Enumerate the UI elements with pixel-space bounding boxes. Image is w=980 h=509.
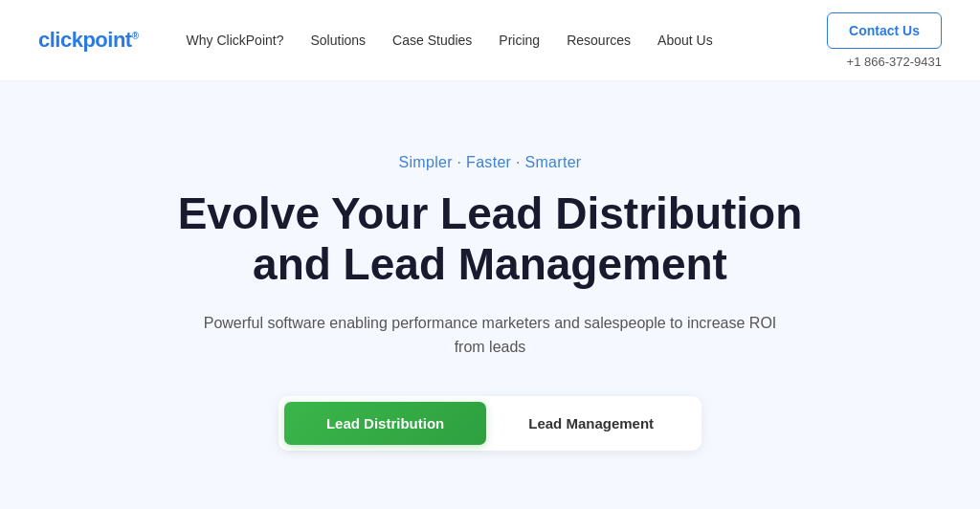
logo-superscript: ® bbox=[132, 31, 139, 41]
tab-lead-management[interactable]: Lead Management bbox=[486, 402, 696, 445]
contact-us-button[interactable]: Contact Us bbox=[827, 12, 942, 49]
nav-item-pricing[interactable]: Pricing bbox=[499, 33, 540, 48]
hero-section: Simpler · Faster · Smarter Evolve Your L… bbox=[0, 81, 980, 509]
logo-text: clickpoint® bbox=[38, 28, 139, 53]
nav-item-about-us[interactable]: About Us bbox=[657, 33, 713, 48]
hero-title-line1: Evolve Your Lead Distribution bbox=[178, 188, 803, 238]
hero-tabs: Lead Distribution Lead Management bbox=[278, 396, 702, 451]
hero-title: Evolve Your Lead Distribution and Lead M… bbox=[178, 188, 803, 290]
hero-subtitle: Powerful software enabling performance m… bbox=[203, 311, 777, 360]
header: clickpoint® Why ClickPoint? Solutions Ca… bbox=[0, 0, 980, 81]
nav-item-solutions[interactable]: Solutions bbox=[310, 33, 366, 48]
tab-lead-distribution[interactable]: Lead Distribution bbox=[284, 402, 486, 445]
hero-tagline: Simpler · Faster · Smarter bbox=[399, 154, 582, 171]
hero-title-line2: and Lead Management bbox=[253, 239, 727, 289]
logo: clickpoint® bbox=[38, 28, 139, 53]
nav-item-case-studies[interactable]: Case Studies bbox=[392, 33, 472, 48]
header-right: Contact Us +1 866-372-9431 bbox=[827, 12, 942, 69]
nav-item-why-clickpoint[interactable]: Why ClickPoint? bbox=[187, 33, 284, 48]
phone-number: +1 866-372-9431 bbox=[847, 55, 942, 69]
main-nav: Why ClickPoint? Solutions Case Studies P… bbox=[187, 33, 828, 48]
nav-item-resources[interactable]: Resources bbox=[567, 33, 631, 48]
